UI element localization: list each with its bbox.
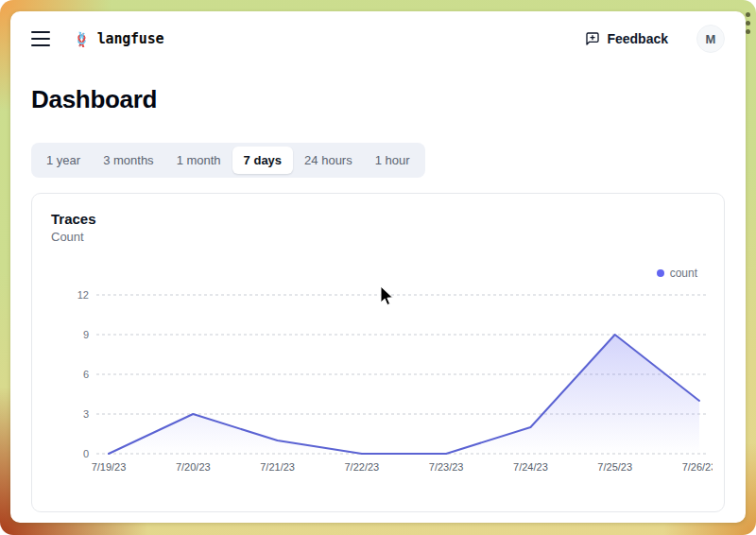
app-header: 🪢 langfuse Feedback M bbox=[10, 11, 746, 53]
traces-card: Traces Count count 0369127/19/237/20/237… bbox=[31, 193, 725, 512]
frame-dots-decoration bbox=[746, 12, 750, 34]
app-window: 🪢 langfuse Feedback M Dashboard 1 year bbox=[10, 11, 746, 523]
legend-dot-icon bbox=[657, 269, 664, 277]
svg-text:12: 12 bbox=[77, 289, 89, 301]
knot-logo-icon: 🪢 bbox=[73, 32, 91, 46]
chart-legend: count bbox=[51, 267, 705, 280]
tab-3-months[interactable]: 3 months bbox=[92, 147, 164, 174]
tab-1-year[interactable]: 1 year bbox=[35, 147, 92, 174]
tab-24-hours[interactable]: 24 hours bbox=[293, 147, 364, 174]
time-range-tabs: 1 year 3 months 1 month 7 days 24 hours … bbox=[31, 143, 425, 178]
card-subtitle: Count bbox=[51, 230, 705, 244]
svg-text:6: 6 bbox=[83, 369, 89, 380]
svg-text:7/19/23: 7/19/23 bbox=[92, 461, 127, 473]
tab-1-month[interactable]: 1 month bbox=[165, 147, 232, 174]
logo-text: langfuse bbox=[97, 30, 164, 47]
svg-text:7/24/23: 7/24/23 bbox=[513, 461, 548, 473]
svg-text:7/21/23: 7/21/23 bbox=[260, 461, 295, 473]
avatar-initial: M bbox=[706, 32, 716, 46]
tab-1-hour[interactable]: 1 hour bbox=[364, 147, 421, 174]
svg-text:7/26/23: 7/26/23 bbox=[682, 461, 713, 473]
tab-7-days[interactable]: 7 days bbox=[232, 147, 293, 174]
traces-area-chart[interactable]: 0369127/19/237/20/237/21/237/22/237/23/2… bbox=[51, 284, 705, 482]
user-avatar[interactable]: M bbox=[696, 25, 725, 53]
gradient-frame: 🪢 langfuse Feedback M Dashboard 1 year bbox=[0, 0, 756, 535]
page-title: Dashboard bbox=[31, 85, 725, 114]
svg-text:3: 3 bbox=[83, 408, 89, 420]
card-title: Traces bbox=[51, 211, 705, 227]
svg-text:9: 9 bbox=[83, 329, 89, 340]
svg-text:7/23/23: 7/23/23 bbox=[429, 461, 464, 473]
svg-text:0: 0 bbox=[83, 448, 89, 459]
langfuse-logo[interactable]: 🪢 langfuse bbox=[73, 30, 163, 47]
svg-text:7/25/23: 7/25/23 bbox=[597, 461, 632, 473]
legend-label: count bbox=[670, 267, 697, 280]
svg-text:7/22/23: 7/22/23 bbox=[345, 461, 380, 473]
feedback-button[interactable]: Feedback bbox=[577, 26, 676, 52]
feedback-label: Feedback bbox=[607, 31, 668, 46]
feedback-icon bbox=[585, 31, 600, 46]
svg-text:7/20/23: 7/20/23 bbox=[176, 461, 211, 473]
menu-icon[interactable] bbox=[31, 31, 50, 46]
